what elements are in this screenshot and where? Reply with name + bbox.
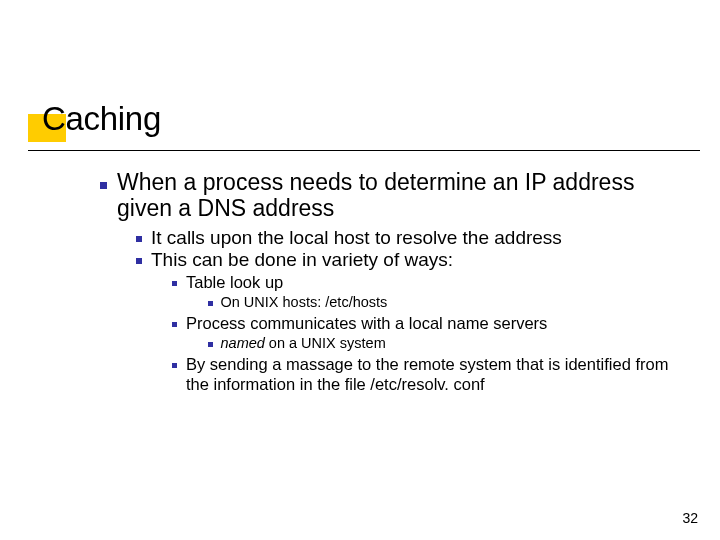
italic-term: named — [221, 335, 265, 351]
content-body: When a process needs to determine an IP … — [100, 169, 680, 394]
bullet-text: Process communicates with a local name s… — [186, 313, 680, 333]
square-bullet-icon — [136, 236, 142, 242]
bullet-text: It calls upon the local host to resolve … — [151, 227, 680, 249]
square-bullet-icon — [208, 301, 213, 306]
bullet-l3: Process communicates with a local name s… — [172, 313, 680, 333]
square-bullet-icon — [172, 322, 177, 327]
bullet-text: When a process needs to determine an IP … — [117, 169, 680, 221]
square-bullet-icon — [208, 342, 213, 347]
bullet-text: Table look up — [186, 272, 680, 292]
square-bullet-icon — [172, 281, 177, 286]
bullet-text: By sending a massage to the remote syste… — [186, 354, 680, 394]
bullet-l4: On UNIX hosts: /etc/hosts — [208, 293, 680, 313]
bullet-l4: named on a UNIX system — [208, 334, 680, 354]
slide: Caching When a process needs to determin… — [0, 0, 720, 540]
page-number: 32 — [682, 510, 698, 526]
title-block: Caching — [42, 100, 161, 138]
bullet-text: This can be done in variety of ways: — [151, 249, 680, 271]
bullet-l2: This can be done in variety of ways: — [136, 249, 680, 271]
title-underline — [28, 150, 700, 151]
bullet-text: On UNIX hosts: /etc/hosts — [221, 293, 681, 313]
bullet-text-rest: on a UNIX system — [265, 335, 386, 351]
square-bullet-icon — [136, 258, 142, 264]
bullet-l2: It calls upon the local host to resolve … — [136, 227, 680, 249]
bullet-l3: Table look up — [172, 272, 680, 292]
square-bullet-icon — [100, 182, 107, 189]
bullet-text: named on a UNIX system — [221, 334, 681, 354]
bullet-l1: When a process needs to determine an IP … — [100, 169, 680, 221]
slide-title: Caching — [42, 100, 161, 138]
square-bullet-icon — [172, 363, 177, 368]
bullet-l3: By sending a massage to the remote syste… — [172, 354, 680, 394]
